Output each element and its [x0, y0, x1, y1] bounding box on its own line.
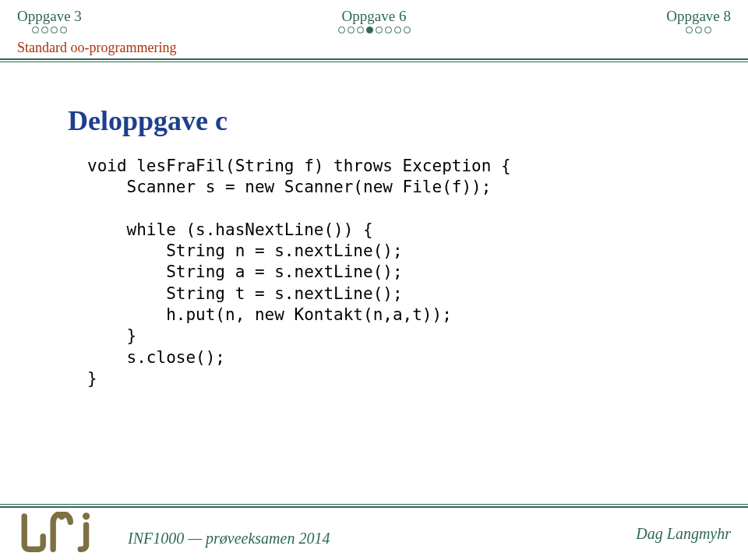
nav-item-oppgave3[interactable]: Oppgave 3	[17, 8, 82, 33]
svg-point-1	[83, 512, 90, 519]
svg-point-0	[58, 512, 65, 519]
header-rule-thick	[0, 58, 748, 60]
slide-title: Deloppgave c	[68, 104, 731, 137]
footer-rule-thin	[0, 504, 748, 505]
nav-item-oppgave6[interactable]: Oppgave 6	[338, 8, 411, 33]
code-block: void lesFraFil(String f) throws Exceptio…	[87, 156, 731, 389]
nav-item-oppgave8[interactable]: Oppgave 8	[666, 8, 731, 33]
nav-progress-dots	[338, 26, 411, 33]
nav-progress-dots	[17, 26, 82, 33]
nav-label: Oppgave 6	[338, 8, 411, 25]
footer-author: Dag Langmyhr	[636, 525, 731, 543]
nav-label: Oppgave 3	[17, 8, 82, 25]
section-label: Standard oo-programmering	[0, 35, 748, 58]
nav-label: Oppgave 8	[666, 8, 731, 25]
institution-logo-icon	[17, 512, 111, 555]
nav-progress-dots	[666, 26, 731, 33]
